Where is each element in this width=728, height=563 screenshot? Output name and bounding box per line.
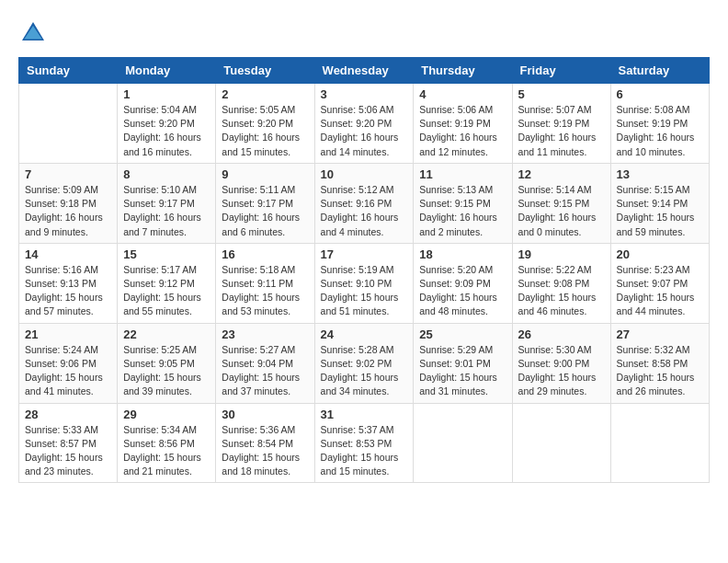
calendar-cell: 14Sunrise: 5:16 AMSunset: 9:13 PMDayligh…	[19, 243, 118, 323]
day-info: Sunrise: 5:33 AMSunset: 8:57 PMDaylight:…	[25, 423, 111, 479]
day-info: Sunrise: 5:07 AMSunset: 9:19 PMDaylight:…	[518, 103, 605, 159]
calendar-cell: 17Sunrise: 5:19 AMSunset: 9:10 PMDayligh…	[314, 243, 414, 323]
calendar-cell: 21Sunrise: 5:24 AMSunset: 9:06 PMDayligh…	[19, 323, 118, 403]
calendar-cell	[414, 403, 512, 483]
calendar-cell: 10Sunrise: 5:12 AMSunset: 9:16 PMDayligh…	[314, 163, 414, 243]
day-number: 21	[25, 327, 111, 341]
day-info: Sunrise: 5:20 AMSunset: 9:09 PMDaylight:…	[419, 263, 506, 319]
day-info: Sunrise: 5:17 AMSunset: 9:12 PMDaylight:…	[123, 263, 210, 319]
day-number: 23	[222, 327, 308, 341]
day-number: 10	[321, 167, 408, 181]
day-number: 6	[617, 87, 703, 101]
calendar-cell: 1Sunrise: 5:04 AMSunset: 9:20 PMDaylight…	[118, 84, 216, 164]
day-info: Sunrise: 5:32 AMSunset: 8:58 PMDaylight:…	[617, 343, 703, 399]
day-number: 8	[123, 167, 210, 181]
day-info: Sunrise: 5:05 AMSunset: 9:20 PMDaylight:…	[222, 103, 308, 159]
day-of-week-header: Sunday	[19, 58, 118, 84]
calendar-week-row: 21Sunrise: 5:24 AMSunset: 9:06 PMDayligh…	[19, 323, 710, 403]
day-number: 19	[518, 247, 605, 261]
day-number: 29	[123, 408, 210, 421]
day-info: Sunrise: 5:14 AMSunset: 9:15 PMDaylight:…	[518, 183, 605, 239]
day-info: Sunrise: 5:36 AMSunset: 8:54 PMDaylight:…	[222, 423, 308, 479]
day-info: Sunrise: 5:11 AMSunset: 9:17 PMDaylight:…	[222, 183, 308, 239]
calendar-cell: 11Sunrise: 5:13 AMSunset: 9:15 PMDayligh…	[414, 163, 512, 243]
day-info: Sunrise: 5:19 AMSunset: 9:10 PMDaylight:…	[321, 263, 408, 319]
day-info: Sunrise: 5:04 AMSunset: 9:20 PMDaylight:…	[123, 103, 210, 159]
calendar-cell: 12Sunrise: 5:14 AMSunset: 9:15 PMDayligh…	[512, 163, 610, 243]
day-info: Sunrise: 5:06 AMSunset: 9:20 PMDaylight:…	[321, 103, 408, 159]
day-info: Sunrise: 5:30 AMSunset: 9:00 PMDaylight:…	[518, 343, 605, 399]
day-info: Sunrise: 5:29 AMSunset: 9:01 PMDaylight:…	[419, 343, 506, 399]
day-of-week-header: Thursday	[414, 58, 512, 84]
day-number: 30	[222, 408, 308, 421]
calendar-cell: 27Sunrise: 5:32 AMSunset: 8:58 PMDayligh…	[610, 323, 709, 403]
day-of-week-header: Monday	[118, 58, 216, 84]
calendar-cell: 5Sunrise: 5:07 AMSunset: 9:19 PMDaylight…	[512, 84, 610, 164]
calendar-cell: 28Sunrise: 5:33 AMSunset: 8:57 PMDayligh…	[19, 403, 118, 483]
calendar-cell	[19, 84, 118, 164]
calendar-cell: 20Sunrise: 5:23 AMSunset: 9:07 PMDayligh…	[610, 243, 709, 323]
day-number: 25	[419, 327, 506, 341]
day-info: Sunrise: 5:28 AMSunset: 9:02 PMDaylight:…	[321, 343, 408, 399]
day-number: 28	[25, 408, 111, 421]
day-info: Sunrise: 5:27 AMSunset: 9:04 PMDaylight:…	[222, 343, 308, 399]
day-info: Sunrise: 5:15 AMSunset: 9:14 PMDaylight:…	[617, 183, 703, 239]
day-number: 3	[321, 87, 408, 101]
calendar-cell: 16Sunrise: 5:18 AMSunset: 9:11 PMDayligh…	[216, 243, 314, 323]
calendar-cell: 4Sunrise: 5:06 AMSunset: 9:19 PMDaylight…	[414, 84, 512, 164]
day-number: 7	[25, 167, 111, 181]
calendar-cell: 13Sunrise: 5:15 AMSunset: 9:14 PMDayligh…	[610, 163, 709, 243]
day-number: 12	[518, 167, 605, 181]
day-number: 20	[617, 247, 703, 261]
day-of-week-header: Saturday	[610, 58, 709, 84]
calendar-cell: 26Sunrise: 5:30 AMSunset: 9:00 PMDayligh…	[512, 323, 610, 403]
day-number: 16	[222, 247, 308, 261]
calendar-header-row: SundayMondayTuesdayWednesdayThursdayFrid…	[19, 58, 710, 84]
day-info: Sunrise: 5:06 AMSunset: 9:19 PMDaylight:…	[419, 103, 506, 159]
day-info: Sunrise: 5:24 AMSunset: 9:06 PMDaylight:…	[25, 343, 111, 399]
day-info: Sunrise: 5:18 AMSunset: 9:11 PMDaylight:…	[222, 263, 308, 319]
day-number: 31	[321, 408, 408, 421]
calendar-table: SundayMondayTuesdayWednesdayThursdayFrid…	[18, 57, 710, 483]
day-number: 9	[222, 167, 308, 181]
calendar-cell: 18Sunrise: 5:20 AMSunset: 9:09 PMDayligh…	[414, 243, 512, 323]
day-number: 5	[518, 87, 605, 101]
calendar-cell: 7Sunrise: 5:09 AMSunset: 9:18 PMDaylight…	[19, 163, 118, 243]
calendar-week-row: 28Sunrise: 5:33 AMSunset: 8:57 PMDayligh…	[19, 403, 710, 483]
day-info: Sunrise: 5:16 AMSunset: 9:13 PMDaylight:…	[25, 263, 111, 319]
day-info: Sunrise: 5:08 AMSunset: 9:19 PMDaylight:…	[617, 103, 703, 159]
calendar-cell: 25Sunrise: 5:29 AMSunset: 9:01 PMDayligh…	[414, 323, 512, 403]
logo	[18, 18, 53, 48]
calendar-cell	[512, 403, 610, 483]
day-info: Sunrise: 5:10 AMSunset: 9:17 PMDaylight:…	[123, 183, 210, 239]
day-number: 15	[123, 247, 210, 261]
calendar-cell: 3Sunrise: 5:06 AMSunset: 9:20 PMDaylight…	[314, 84, 414, 164]
day-number: 18	[419, 247, 506, 261]
calendar-cell: 6Sunrise: 5:08 AMSunset: 9:19 PMDaylight…	[610, 84, 709, 164]
calendar-cell: 24Sunrise: 5:28 AMSunset: 9:02 PMDayligh…	[314, 323, 414, 403]
calendar-cell: 23Sunrise: 5:27 AMSunset: 9:04 PMDayligh…	[216, 323, 314, 403]
calendar-week-row: 7Sunrise: 5:09 AMSunset: 9:18 PMDaylight…	[19, 163, 710, 243]
day-info: Sunrise: 5:22 AMSunset: 9:08 PMDaylight:…	[518, 263, 605, 319]
day-number: 22	[123, 327, 210, 341]
calendar-cell: 29Sunrise: 5:34 AMSunset: 8:56 PMDayligh…	[118, 403, 216, 483]
calendar-cell: 8Sunrise: 5:10 AMSunset: 9:17 PMDaylight…	[118, 163, 216, 243]
day-number: 13	[617, 167, 703, 181]
calendar-cell: 22Sunrise: 5:25 AMSunset: 9:05 PMDayligh…	[118, 323, 216, 403]
day-of-week-header: Wednesday	[314, 58, 414, 84]
logo-icon	[18, 18, 48, 48]
calendar-cell: 31Sunrise: 5:37 AMSunset: 8:53 PMDayligh…	[314, 403, 414, 483]
calendar-cell: 19Sunrise: 5:22 AMSunset: 9:08 PMDayligh…	[512, 243, 610, 323]
calendar-cell: 15Sunrise: 5:17 AMSunset: 9:12 PMDayligh…	[118, 243, 216, 323]
day-number: 24	[321, 327, 408, 341]
day-info: Sunrise: 5:12 AMSunset: 9:16 PMDaylight:…	[321, 183, 408, 239]
day-number: 26	[518, 327, 605, 341]
calendar-cell: 2Sunrise: 5:05 AMSunset: 9:20 PMDaylight…	[216, 84, 314, 164]
day-info: Sunrise: 5:37 AMSunset: 8:53 PMDaylight:…	[321, 423, 408, 479]
calendar-cell	[610, 403, 709, 483]
day-info: Sunrise: 5:23 AMSunset: 9:07 PMDaylight:…	[617, 263, 703, 319]
day-number: 11	[419, 167, 506, 181]
day-number: 4	[419, 87, 506, 101]
calendar-week-row: 1Sunrise: 5:04 AMSunset: 9:20 PMDaylight…	[19, 84, 710, 164]
day-info: Sunrise: 5:13 AMSunset: 9:15 PMDaylight:…	[419, 183, 506, 239]
